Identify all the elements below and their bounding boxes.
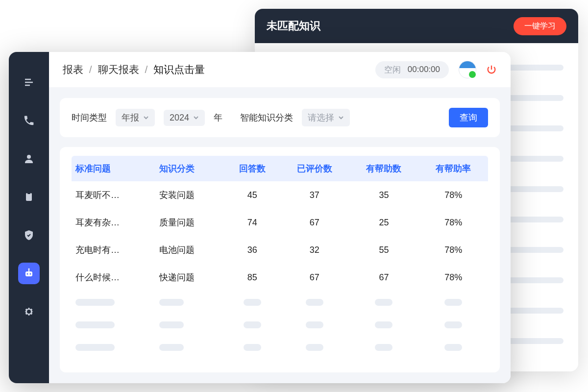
svg-point-5 <box>30 273 31 275</box>
sidebar-item-user[interactable] <box>18 148 40 170</box>
placeholder-cell <box>72 291 155 314</box>
category-select-placeholder: 请选择 <box>308 112 334 123</box>
cell-rated: 67 <box>280 264 349 291</box>
cell-cat: 快递问题 <box>155 264 225 291</box>
cell-q: 耳麦听不… <box>72 181 155 209</box>
cell-cat: 质量问题 <box>155 209 225 236</box>
cell-rate: 78% <box>418 236 488 264</box>
placeholder-cell <box>349 291 419 314</box>
category-select[interactable]: 请选择 <box>302 109 350 126</box>
gear-icon <box>23 306 35 318</box>
table-row[interactable]: 耳麦有杂…质量问题74672578% <box>72 209 488 236</box>
placeholder-cell <box>418 291 488 314</box>
cell-cat: 安装问题 <box>155 181 225 209</box>
period-select[interactable]: 年报 <box>116 109 155 126</box>
period-select-value: 年报 <box>122 112 139 123</box>
table-row[interactable]: 充电时有…电池问题36325578% <box>72 236 488 264</box>
breadcrumb-mid[interactable]: 聊天报表 <box>98 64 139 75</box>
main-panel: 报表 / 聊天报表 / 知识点击量 空闲 00:00:00 时间类型 年报 <box>49 52 511 383</box>
placeholder-cell <box>224 291 280 314</box>
one-click-learn-button[interactable]: 一键学习 <box>514 17 566 35</box>
report-window: 报表 / 聊天报表 / 知识点击量 空闲 00:00:00 时间类型 年报 <box>9 52 511 383</box>
power-icon[interactable] <box>486 64 497 75</box>
cell-rate: 78% <box>418 209 488 236</box>
cell-helpful: 35 <box>349 181 419 209</box>
placeholder-cell <box>280 291 349 314</box>
sidebar-item-call[interactable] <box>18 110 40 131</box>
cell-q: 什么时候… <box>72 264 155 291</box>
placeholder-cell <box>155 314 225 336</box>
placeholder-cell <box>349 314 419 336</box>
topbar-right: 空闲 00:00:00 <box>375 61 497 78</box>
placeholder-cell <box>280 336 349 359</box>
sidebar-item-security[interactable] <box>18 224 40 246</box>
back-window-header: 未匹配知识 一键学习 <box>255 9 578 43</box>
sidebar-item-bot[interactable] <box>18 263 40 284</box>
sidebar-item-clipboard[interactable] <box>18 186 40 208</box>
chevron-down-icon <box>193 115 199 121</box>
cell-answers: 74 <box>224 209 280 236</box>
cell-helpful: 67 <box>349 264 419 291</box>
cell-rate: 78% <box>418 181 488 209</box>
col-helpful: 有帮助数 <box>349 156 419 181</box>
table-row[interactable]: 什么时候…快递问题85676778% <box>72 264 488 291</box>
cell-q: 充电时有… <box>72 236 155 264</box>
placeholder-cell <box>280 314 349 336</box>
col-rate: 有帮助率 <box>418 156 488 181</box>
cell-rated: 37 <box>280 181 349 209</box>
status-timer: 00:00:00 <box>408 65 440 74</box>
sidebar-item-menu[interactable] <box>18 72 40 93</box>
cell-rated: 32 <box>280 236 349 264</box>
cell-answers: 45 <box>224 181 280 209</box>
svg-point-0 <box>27 155 31 159</box>
user-icon <box>23 153 35 165</box>
table-row[interactable]: 耳麦听不…安装问题45373578% <box>72 181 488 209</box>
breadcrumb-current: 知识点击量 <box>153 64 205 75</box>
results-table-card: 标准问题 知识分类 回答数 已评价数 有帮助数 有帮助率 耳麦听不…安装问题45… <box>60 147 500 372</box>
status-pill[interactable]: 空闲 00:00:00 <box>375 61 449 78</box>
query-button[interactable]: 查询 <box>449 108 488 127</box>
time-type-label: 时间类型 <box>72 112 107 123</box>
filter-bar: 时间类型 年报 2024 年 智能知识分类 请选择 查询 <box>60 98 500 137</box>
col-answers: 回答数 <box>224 156 280 181</box>
col-question: 标准问题 <box>72 156 155 181</box>
content-area: 时间类型 年报 2024 年 智能知识分类 请选择 查询 <box>49 87 511 383</box>
placeholder-cell <box>72 336 155 359</box>
breadcrumb-root[interactable]: 报表 <box>63 64 83 75</box>
menu-icon <box>23 76 35 88</box>
cell-helpful: 55 <box>349 236 419 264</box>
placeholder-cell <box>418 336 488 359</box>
cell-rated: 67 <box>280 209 349 236</box>
svg-point-4 <box>27 273 28 275</box>
cell-answers: 85 <box>224 264 280 291</box>
table-row-placeholder <box>72 314 488 336</box>
status-label: 空闲 <box>384 64 401 75</box>
category-label: 智能知识分类 <box>240 112 293 123</box>
placeholder-cell <box>418 314 488 336</box>
placeholder-cell <box>224 336 280 359</box>
cell-helpful: 25 <box>349 209 419 236</box>
year-suffix: 年 <box>214 112 222 123</box>
cell-cat: 电池问题 <box>155 236 225 264</box>
robot-icon <box>23 268 35 279</box>
table-row-placeholder <box>72 291 488 314</box>
placeholder-cell <box>349 336 419 359</box>
chevron-down-icon <box>143 115 149 121</box>
table-row-placeholder <box>72 336 488 359</box>
results-table: 标准问题 知识分类 回答数 已评价数 有帮助数 有帮助率 耳麦听不…安装问题45… <box>72 156 488 359</box>
year-select[interactable]: 2024 <box>164 110 205 126</box>
col-category: 知识分类 <box>155 156 225 181</box>
svg-rect-2 <box>27 192 30 194</box>
breadcrumb-separator: / <box>89 64 92 75</box>
sidebar-item-settings[interactable] <box>18 301 40 322</box>
cell-rate: 78% <box>418 264 488 291</box>
cell-q: 耳麦有杂… <box>72 209 155 236</box>
topbar: 报表 / 聊天报表 / 知识点击量 空闲 00:00:00 <box>49 52 511 87</box>
chevron-down-icon <box>338 115 344 121</box>
avatar[interactable] <box>459 61 476 78</box>
breadcrumb-separator: / <box>145 64 147 75</box>
svg-point-6 <box>28 269 30 270</box>
cell-answers: 36 <box>224 236 280 264</box>
placeholder-cell <box>155 291 225 314</box>
shield-icon <box>23 229 35 241</box>
